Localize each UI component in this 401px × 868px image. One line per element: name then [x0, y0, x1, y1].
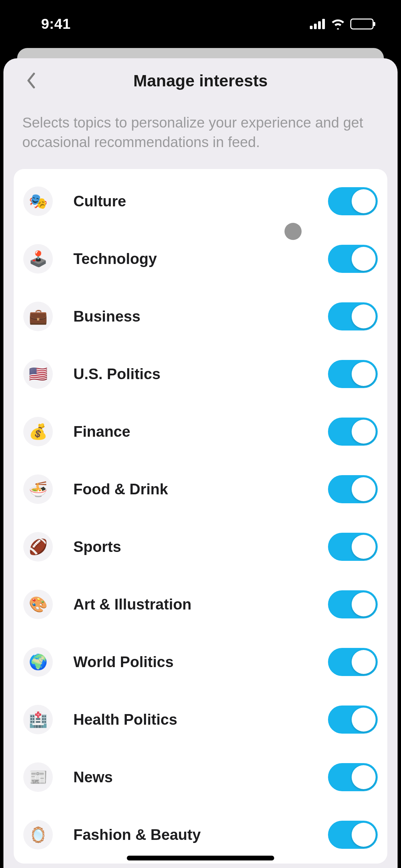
interest-icon: 🕹️ [23, 244, 53, 274]
interest-icon: 🎭 [23, 186, 53, 216]
interest-label: Food & Drink [73, 481, 328, 498]
interest-toggle[interactable] [328, 590, 378, 618]
interest-toggle[interactable] [328, 302, 378, 330]
interest-toggle[interactable] [328, 648, 378, 676]
interest-label: World Politics [73, 653, 328, 671]
interest-row: 🎭Culture [14, 172, 387, 230]
interest-label: News [73, 769, 328, 786]
interest-icon: 💰 [23, 417, 53, 446]
interest-row: 🍜Food & Drink [14, 460, 387, 518]
page-title: Manage interests [133, 71, 268, 90]
interest-label: Culture [73, 193, 328, 210]
status-bar: 9:41 [0, 0, 401, 48]
interest-icon: 🪞 [23, 820, 53, 849]
interest-row: 🎨Art & Illustration [14, 576, 387, 633]
interest-label: U.S. Politics [73, 365, 328, 383]
interest-icon: 🎨 [23, 590, 53, 619]
interest-icon: 🍜 [23, 474, 53, 504]
back-button[interactable] [21, 70, 41, 91]
interest-toggle[interactable] [328, 763, 378, 791]
interest-row: 🏈Sports [14, 518, 387, 576]
interest-toggle[interactable] [328, 360, 378, 388]
interest-icon: 🏥 [23, 705, 53, 734]
interest-row: 💼Business [14, 288, 387, 345]
home-indicator[interactable] [127, 856, 274, 860]
interest-toggle[interactable] [328, 245, 378, 273]
interest-toggle[interactable] [328, 533, 378, 561]
interest-row: 🌍World Politics [14, 633, 387, 691]
interests-list: 🎭Culture🕹️Technology💼Business🇺🇸U.S. Poli… [14, 169, 387, 864]
interest-row: 🪞Fashion & Beauty [14, 806, 387, 864]
status-time: 9:41 [41, 16, 71, 32]
nav-header: Manage interests [3, 58, 398, 103]
cellular-icon [310, 19, 326, 29]
interest-label: Fashion & Beauty [73, 826, 328, 843]
interest-icon: 🌍 [23, 647, 53, 677]
wifi-icon [330, 19, 345, 29]
interest-toggle[interactable] [328, 821, 378, 849]
interest-icon: 💼 [23, 302, 53, 331]
interest-icon: 🏈 [23, 532, 53, 562]
interest-label: Finance [73, 423, 328, 440]
interest-label: Business [73, 308, 328, 325]
interest-icon: 🇺🇸 [23, 359, 53, 389]
status-icons [310, 19, 374, 29]
interest-label: Sports [73, 538, 328, 555]
interest-icon: 📰 [23, 762, 53, 792]
description-text: Selects topics to personalize your exper… [3, 103, 398, 169]
interest-toggle[interactable] [328, 418, 378, 446]
interest-toggle[interactable] [328, 475, 378, 503]
chevron-left-icon [26, 72, 36, 89]
interest-row: 🏥Health Politics [14, 691, 387, 748]
interest-row: 🕹️Technology [14, 230, 387, 288]
interest-label: Art & Illustration [73, 596, 328, 613]
interest-row: 💰Finance [14, 403, 387, 460]
interest-row: 📰News [14, 748, 387, 806]
interest-toggle[interactable] [328, 706, 378, 734]
interest-label: Technology [73, 250, 328, 267]
interest-row: 🇺🇸U.S. Politics [14, 345, 387, 403]
cursor-indicator-icon [284, 223, 302, 240]
modal-sheet: Manage interests Selects topics to perso… [3, 58, 398, 868]
battery-icon [350, 19, 374, 29]
interest-toggle[interactable] [328, 187, 378, 215]
interest-label: Health Politics [73, 711, 328, 728]
